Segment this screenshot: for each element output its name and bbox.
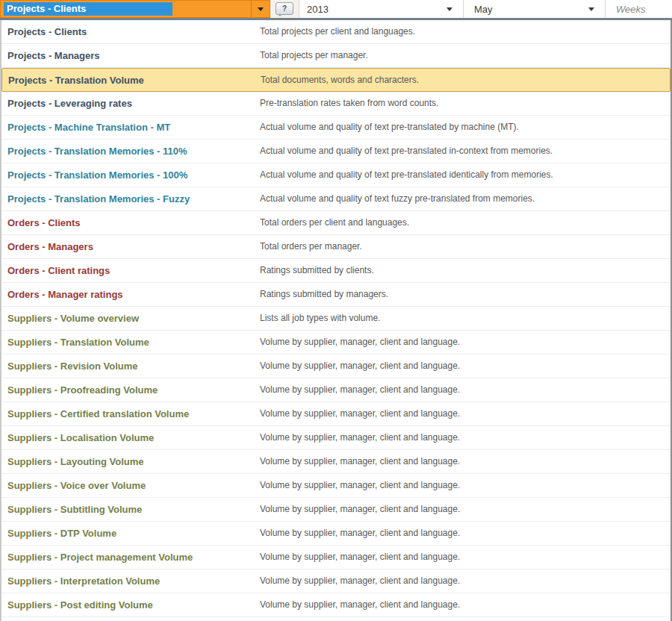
report-name: Suppliers - Proofreading Volume — [7, 378, 158, 402]
report-description: Volume by supplier, manager, client and … — [260, 378, 460, 402]
report-name: Suppliers - Post editing Volume — [7, 593, 153, 617]
help-icon[interactable]: ? — [276, 2, 293, 15]
report-picker-window: Projects - Clients ? 2013 May Weeks Proj… — [0, 0, 672, 621]
report-row[interactable]: Projects - Translation Memories - 100% A… — [1, 163, 671, 187]
report-name: Projects - Translation Memories - 100% — [7, 163, 187, 187]
report-name: Suppliers - Interpretation Volume — [7, 569, 160, 593]
report-row[interactable]: Projects - Translation Memories - 110% A… — [1, 140, 671, 163]
report-row[interactable]: Suppliers - Volume overview Lists all jo… — [1, 307, 671, 331]
report-row[interactable]: Projects - Translation Volume Total docu… — [1, 68, 671, 92]
report-description: Volume by supplier, manager, client and … — [260, 355, 460, 378]
report-name: Suppliers - Volume overview — [7, 307, 139, 330]
report-description: Volume by supplier, manager, client and … — [260, 450, 460, 473]
report-row[interactable]: Projects - Managers Total projects per m… — [1, 44, 671, 68]
report-name: Orders - Client ratings — [7, 259, 110, 282]
chevron-down-icon — [258, 7, 264, 11]
report-name: Projects - Machine Translation - MT — [7, 116, 170, 139]
toolbar: Projects - Clients ? 2013 May Weeks — [0, 0, 672, 20]
report-description: Volume by supplier, manager, client and … — [260, 546, 460, 569]
report-name: Suppliers - DTP Volume — [7, 522, 116, 545]
report-name: Projects - Translation Memories - 110% — [7, 140, 187, 163]
report-description: Volume by supplier, manager, client and … — [260, 474, 460, 497]
report-description: Actual volume and quality of text pre-tr… — [260, 140, 553, 163]
report-row[interactable]: Orders - Manager ratings Ratings submitt… — [1, 283, 671, 307]
report-selector-value: Projects - Clients — [4, 2, 172, 16]
report-description: Actual volume and quality of text pre-tr… — [260, 163, 553, 187]
report-row[interactable]: Suppliers - Project management Volume Vo… — [1, 546, 671, 569]
help-icon-glyph: ? — [282, 4, 287, 13]
report-row[interactable]: Suppliers - Layouting Volume Volume by s… — [1, 450, 671, 474]
report-row[interactable]: Suppliers - Subtitling Volume Volume by … — [1, 498, 671, 522]
report-description: Ratings submitted by managers. — [260, 283, 388, 306]
report-name: Suppliers - Layouting Volume — [7, 450, 144, 473]
report-name: Projects - Translation Volume — [8, 69, 144, 92]
report-selector[interactable]: Projects - Clients — [0, 0, 270, 18]
report-name: Suppliers - Translation Volume — [7, 331, 149, 354]
report-description: Lists all job types with volume. — [260, 307, 380, 330]
chevron-down-icon — [447, 7, 452, 11]
report-description: Actual volume and quality of text fuzzy … — [260, 187, 535, 210]
report-row[interactable]: Suppliers - Localisation Volume Volume b… — [1, 426, 671, 450]
report-name: Suppliers - Certified translation Volume — [7, 402, 189, 425]
chevron-down-icon — [588, 7, 594, 11]
report-name: Projects - Clients — [7, 20, 87, 43]
report-row[interactable]: Suppliers - DTP Volume Volume by supplie… — [1, 522, 671, 546]
report-description: Volume by supplier, manager, client and … — [260, 498, 460, 521]
report-list: Projects - Clients Total projects per cl… — [0, 20, 672, 621]
report-name: Projects - Managers — [7, 44, 100, 67]
report-row[interactable]: Suppliers - Post editing Volume Volume b… — [1, 593, 671, 617]
report-selector-dropdown-button[interactable] — [251, 1, 270, 17]
report-name: Projects - Leveraging rates — [7, 92, 132, 115]
report-description: Total orders per client and languages. — [260, 211, 409, 234]
report-row[interactable]: Suppliers - Voice over Volume Volume by … — [1, 474, 671, 498]
report-name: Orders - Managers — [7, 235, 93, 258]
report-description: Total projects per client and languages. — [260, 20, 415, 43]
year-selector[interactable]: 2013 — [299, 0, 463, 18]
report-description: Volume by supplier, manager, client and … — [260, 522, 460, 545]
weeks-input-placeholder: Weeks — [616, 4, 646, 15]
report-row[interactable]: Projects - Translation Memories - Fuzzy … — [1, 187, 671, 211]
month-selector[interactable]: May — [463, 0, 605, 18]
report-description: Total projects per manager. — [260, 44, 368, 67]
report-row[interactable]: Suppliers - Translation Volume Volume by… — [1, 331, 671, 355]
report-name: Projects - Translation Memories - Fuzzy — [7, 187, 190, 210]
report-description: Total documents, words and characters. — [261, 69, 419, 92]
report-row[interactable]: Suppliers - Interpretation Volume Volume… — [1, 569, 671, 593]
report-description: Volume by supplier, manager, client and … — [260, 331, 460, 354]
report-row[interactable]: Orders - Managers Total orders per manag… — [1, 235, 671, 259]
report-row[interactable]: Projects - Machine Translation - MT Actu… — [1, 116, 671, 140]
report-name: Orders - Manager ratings — [7, 283, 123, 306]
month-selector-value: May — [474, 4, 493, 15]
report-name: Suppliers - Revision Volume — [7, 355, 138, 378]
weeks-input[interactable]: Weeks — [605, 0, 672, 18]
report-description: Volume by supplier, manager, client and … — [260, 593, 460, 617]
report-row[interactable]: Suppliers - Proofreading Volume Volume b… — [1, 378, 671, 402]
report-row[interactable]: Suppliers - Certified translation Volume… — [1, 402, 671, 426]
report-row[interactable]: Suppliers - Revision Volume Volume by su… — [1, 355, 671, 378]
report-name: Suppliers - Project management Volume — [7, 546, 193, 569]
report-description: Volume by supplier, manager, client and … — [260, 426, 460, 449]
report-row[interactable]: Orders - Clients Total orders per client… — [1, 211, 671, 235]
report-name: Suppliers - Subtitling Volume — [7, 498, 142, 521]
report-name: Suppliers - Voice over Volume — [7, 474, 146, 497]
report-row[interactable]: Orders - Client ratings Ratings submitte… — [1, 259, 671, 283]
report-description: Actual volume and quality of text pre-tr… — [260, 116, 519, 139]
report-description: Pre-translation rates taken from word co… — [260, 92, 438, 115]
report-description: Total orders per manager. — [260, 235, 362, 258]
report-description: Volume by supplier, manager, client and … — [260, 402, 460, 425]
report-description: Ratings submitted by clients. — [260, 259, 374, 282]
report-name: Orders - Clients — [7, 211, 81, 234]
report-row[interactable]: Projects - Clients Total projects per cl… — [1, 20, 671, 44]
report-name: Suppliers - Localisation Volume — [7, 426, 154, 449]
year-selector-value: 2013 — [307, 4, 329, 15]
report-description: Volume by supplier, manager, client and … — [260, 569, 460, 593]
report-row[interactable]: Projects - Leveraging rates Pre-translat… — [1, 92, 671, 116]
